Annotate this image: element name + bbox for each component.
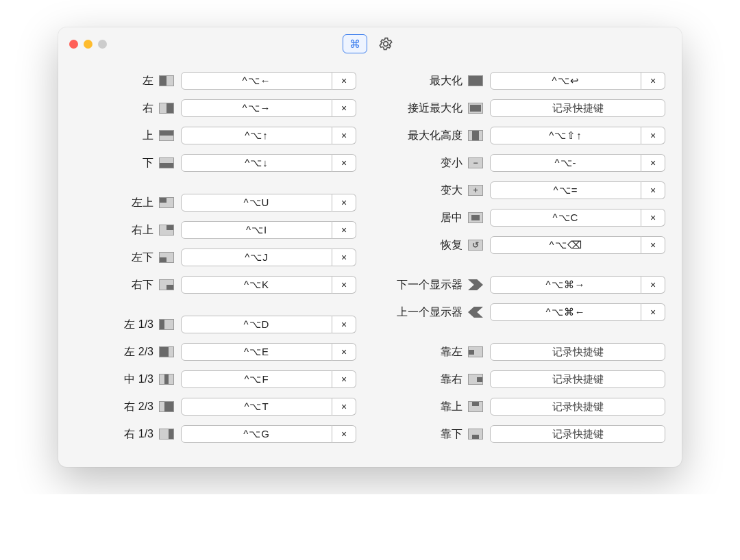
close-window-button[interactable] <box>69 40 78 49</box>
label-r23: 右 2/3 <box>75 400 159 414</box>
max-icon <box>468 75 483 86</box>
shortcut-field-right[interactable]: ^⌥→ <box>181 99 332 117</box>
clear-shortcut-bl[interactable]: × <box>332 249 356 266</box>
clear-shortcut-up[interactable]: × <box>332 127 356 144</box>
shortcut-field-tr[interactable]: ^⌥I <box>181 221 332 239</box>
c13-icon <box>159 374 174 385</box>
shortcut-row-l23: 左 2/3^⌥E× <box>75 338 356 366</box>
l13-icon <box>159 319 174 330</box>
tab-settings[interactable] <box>374 35 397 53</box>
tl-icon <box>159 197 174 208</box>
bl-icon <box>159 252 174 263</box>
snap-right-icon <box>468 374 483 385</box>
tab-shortcuts[interactable]: ⌘ <box>343 34 367 53</box>
maxh-icon <box>468 130 483 141</box>
tr-icon <box>159 225 174 236</box>
shortcut-field-up[interactable]: ^⌥↑ <box>181 127 332 144</box>
shortcut-field-maxh[interactable]: ^⌥⇧↑ <box>490 127 641 144</box>
shortcut-row-smaller: 变小−^⌥-× <box>384 149 665 177</box>
shortcut-row-restore: 恢复↺^⌥⌫× <box>384 231 665 259</box>
gear-icon <box>379 37 393 51</box>
label-larger: 变大 <box>384 183 468 198</box>
shortcut-row-snap-top: 靠上记录快捷键 <box>384 393 665 420</box>
shortcut-row-down: 下^⌥↓× <box>75 149 356 177</box>
clear-shortcut-right[interactable]: × <box>332 99 356 117</box>
shortcut-field-l13[interactable]: ^⌥D <box>181 316 332 333</box>
shortcut-field-bl[interactable]: ^⌥J <box>181 249 332 266</box>
clear-shortcut-max[interactable]: × <box>641 72 665 90</box>
shortcut-field-tl[interactable]: ^⌥U <box>181 194 332 212</box>
label-l23: 左 2/3 <box>75 345 159 359</box>
restore-icon: ↺ <box>468 240 483 251</box>
left-icon <box>159 75 174 86</box>
label-snap-top: 靠上 <box>384 400 468 414</box>
clear-shortcut-center[interactable]: × <box>641 209 665 227</box>
clear-shortcut-tr[interactable]: × <box>332 221 356 239</box>
titlebar: ⌘ <box>58 27 682 60</box>
shortcut-field-snap-bottom[interactable]: 记录快捷键 <box>490 425 665 443</box>
clear-shortcut-down[interactable]: × <box>332 154 356 172</box>
clear-shortcut-smaller[interactable]: × <box>641 154 665 172</box>
down-icon <box>159 157 174 168</box>
clear-shortcut-r23[interactable]: × <box>332 398 356 416</box>
shortcut-row-br: 右下^⌥K× <box>75 271 356 298</box>
shortcut-field-amax[interactable]: 记录快捷键 <box>490 99 665 117</box>
shortcut-field-next-display[interactable]: ^⌥⌘→ <box>490 276 641 294</box>
r13-icon <box>159 429 174 440</box>
label-bl: 左下 <box>75 251 159 265</box>
shortcut-field-prev-display[interactable]: ^⌥⌘← <box>490 303 641 321</box>
snap-top-icon <box>468 401 483 412</box>
label-up: 上 <box>75 129 159 143</box>
shortcut-field-left[interactable]: ^⌥← <box>181 72 332 90</box>
shortcut-field-snap-left[interactable]: 记录快捷键 <box>490 343 665 361</box>
br-icon <box>159 279 174 290</box>
shortcut-field-r23[interactable]: ^⌥T <box>181 398 332 416</box>
shortcut-field-br[interactable]: ^⌥K <box>181 276 332 294</box>
shortcut-field-c13[interactable]: ^⌥F <box>181 370 332 388</box>
minimize-window-button[interactable] <box>84 40 92 49</box>
prev-display-icon <box>468 307 483 318</box>
clear-shortcut-larger[interactable]: × <box>641 181 665 199</box>
shortcut-field-center[interactable]: ^⌥C <box>490 209 641 227</box>
clear-shortcut-restore[interactable]: × <box>641 236 665 254</box>
shortcut-field-down[interactable]: ^⌥↓ <box>181 154 332 172</box>
label-right: 右 <box>75 101 159 116</box>
label-center: 居中 <box>384 211 468 225</box>
shortcut-field-r13[interactable]: ^⌥G <box>181 425 332 443</box>
shortcut-field-l23[interactable]: ^⌥E <box>181 343 332 361</box>
clear-shortcut-next-display[interactable]: × <box>641 276 665 294</box>
larger-icon: + <box>468 185 483 196</box>
clear-shortcut-left[interactable]: × <box>332 72 356 90</box>
zoom-window-button[interactable] <box>98 40 107 49</box>
clear-shortcut-c13[interactable]: × <box>332 370 356 388</box>
clear-shortcut-r13[interactable]: × <box>332 425 356 443</box>
shortcut-field-restore[interactable]: ^⌥⌫ <box>490 236 641 254</box>
label-snap-bottom: 靠下 <box>384 427 468 442</box>
clear-shortcut-prev-display[interactable]: × <box>641 303 665 321</box>
shortcut-field-larger[interactable]: ^⌥= <box>490 181 641 199</box>
shortcut-field-smaller[interactable]: ^⌥- <box>490 154 641 172</box>
clear-shortcut-tl[interactable]: × <box>332 194 356 212</box>
shortcut-row-prev-display: 上一个显示器^⌥⌘←× <box>384 298 665 326</box>
snap-left-icon <box>468 346 483 357</box>
label-down: 下 <box>75 156 159 170</box>
label-amax: 接近最大化 <box>384 101 468 116</box>
clear-shortcut-l23[interactable]: × <box>332 343 356 361</box>
label-max: 最大化 <box>384 74 468 88</box>
shortcut-row-larger: 变大+^⌥=× <box>384 177 665 204</box>
r23-icon <box>159 401 174 412</box>
right-column: 最大化^⌥↩×接近最大化记录快捷键最大化高度^⌥⇧↑×变小−^⌥-×变大+^⌥=… <box>384 67 665 448</box>
shortcut-row-maxh: 最大化高度^⌥⇧↑× <box>384 122 665 149</box>
toolbar-tabs: ⌘ <box>343 34 397 53</box>
label-l13: 左 1/3 <box>75 318 159 332</box>
label-smaller: 变小 <box>384 156 468 170</box>
shortcut-row-amax: 接近最大化记录快捷键 <box>384 94 665 122</box>
clear-shortcut-br[interactable]: × <box>332 276 356 294</box>
shortcut-field-max[interactable]: ^⌥↩ <box>490 72 641 90</box>
shortcut-field-snap-top[interactable]: 记录快捷键 <box>490 398 665 416</box>
shortcut-field-snap-right[interactable]: 记录快捷键 <box>490 370 665 388</box>
label-tl: 左上 <box>75 196 159 210</box>
clear-shortcut-maxh[interactable]: × <box>641 127 665 144</box>
snap-bottom-icon <box>468 429 483 440</box>
clear-shortcut-l13[interactable]: × <box>332 316 356 333</box>
